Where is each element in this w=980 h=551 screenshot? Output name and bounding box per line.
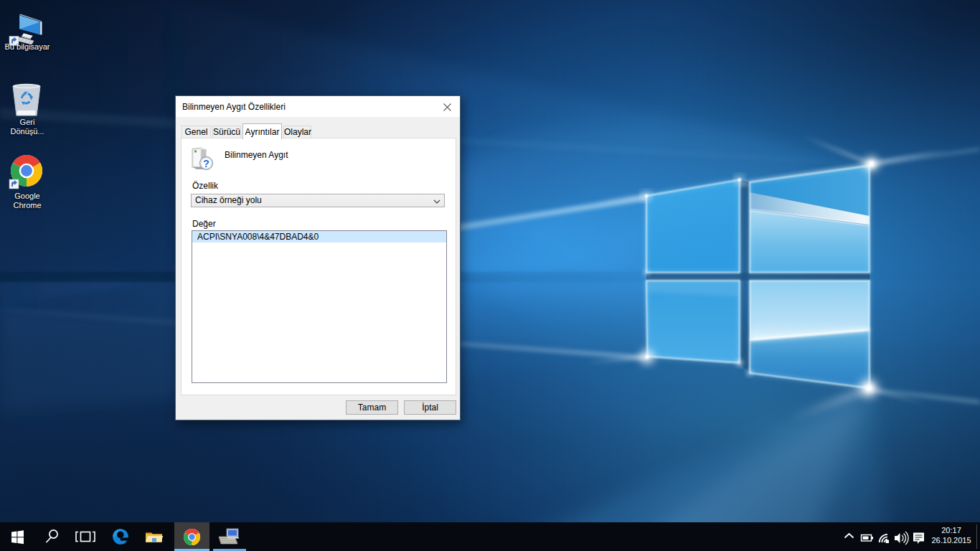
- svg-text:?: ?: [203, 158, 209, 169]
